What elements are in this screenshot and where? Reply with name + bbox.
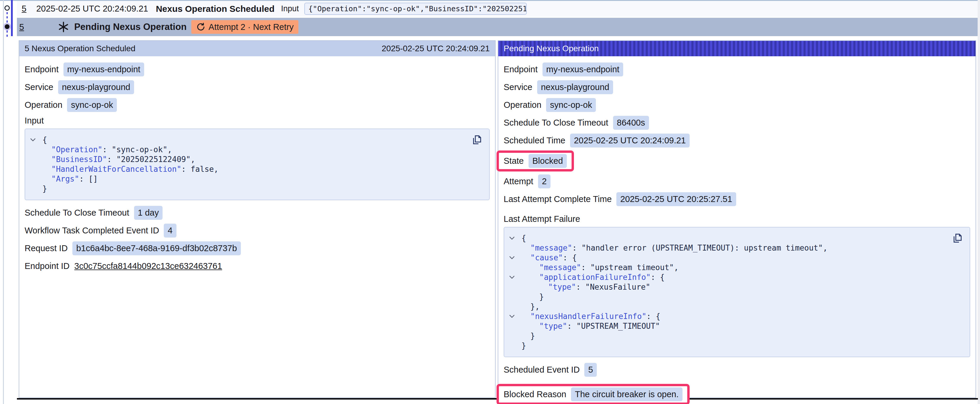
field-row: Servicenexus-playground (504, 78, 970, 96)
scheduled-event-detail-card: 5 Nexus Operation Scheduled 2025-02-25 U… (19, 40, 496, 398)
json-viewer: {"Operation": "sync-op-ok","BusinessID":… (25, 128, 490, 200)
summary-json-pill[interactable]: {"Operation":"sync-op-ok","BusinessID":"… (304, 3, 527, 15)
json-token: : { (646, 312, 660, 321)
field-label: Last Attempt Complete Time (504, 194, 612, 204)
json-key: "message" (530, 244, 572, 252)
json-token: : [] (79, 174, 98, 183)
card-header: 5 Nexus Operation Scheduled 2025-02-25 U… (19, 41, 495, 56)
json-line: "HandlerWaitForCancellation": false, (25, 165, 489, 174)
field-row: Schedule To Close Timeout1 day (25, 204, 490, 222)
json-key: "HandlerWaitForCancellation" (51, 165, 181, 174)
field-value-badge: sync-op-ok (67, 98, 117, 112)
json-token: : "sync-op-ok", (102, 145, 172, 154)
json-token: }, (530, 302, 539, 311)
collapse-chevron-icon[interactable] (509, 255, 515, 260)
annotation-highlight-box: Blocked ReasonThe circuit breaker is ope… (496, 384, 690, 404)
field-value-badge: The circuit breaker is open. (571, 387, 682, 401)
field-label: Endpoint (504, 65, 538, 74)
field-value-badge: 2 (538, 174, 550, 189)
json-key: "BusinessID" (51, 155, 107, 164)
json-token: : "handler error (UPSTREAM_TIMEOUT): ups… (572, 244, 827, 252)
pending-striped-header: Pending Nexus Operation (498, 41, 975, 56)
json-key: "Args" (51, 174, 79, 183)
event-time: 2025-02-25 UTC 20:24:09.21 (36, 4, 148, 14)
field-row: Schedule To Close Timeout86400s (504, 114, 970, 131)
field-row: Scheduled Event ID5 (504, 361, 970, 379)
field-row: Scheduled Time2025-02-25 UTC 20:24:09.21 (504, 131, 970, 149)
field-label: Input (25, 114, 490, 127)
field-row: Last Attempt Complete Time2025-02-25 UTC… (504, 190, 970, 208)
field-row: Operationsync-op-ok (504, 96, 970, 114)
field-value-link[interactable]: 3c0c75ccfa8144b092c13ce632463761 (75, 261, 222, 271)
timeline-dashes (6, 30, 8, 38)
json-line: { (504, 233, 970, 243)
json-key: "nexusHandlerFailureInfo" (530, 312, 646, 321)
json-key: "Operation" (51, 145, 102, 154)
field-row: StateBlocked (504, 149, 970, 173)
field-value-badge: nexus-playground (537, 80, 613, 94)
field-value-badge: Blocked (528, 154, 567, 168)
json-token: : "20250225122409", (107, 155, 195, 164)
json-line: "cause": { (504, 253, 970, 263)
json-line: "Operation": "sync-op-ok", (25, 145, 489, 155)
field-value-badge: 5 (584, 363, 597, 377)
field-value-badge: 86400s (613, 116, 649, 130)
field-label: Service (25, 82, 53, 92)
annotation-highlight-box: StateBlocked (496, 151, 574, 171)
field-value-badge: nexus-playground (58, 80, 134, 94)
json-key: "type" (548, 282, 576, 292)
collapse-chevron-icon[interactable] (509, 274, 515, 280)
field-label: Request ID (25, 244, 68, 253)
json-key: "applicationFailureInfo" (539, 273, 651, 282)
json-line: }, (504, 302, 970, 312)
card-header-title: 5 Nexus Operation Scheduled (25, 44, 135, 53)
field-row: Attempt2 (504, 173, 970, 190)
retry-icon (196, 22, 205, 32)
json-line: } (504, 292, 970, 302)
event-row-pending[interactable]: 5 Pending Nexus Operation Attempt 2 · Ne… (17, 18, 978, 36)
json-token: { (522, 234, 526, 242)
collapse-chevron-icon[interactable] (30, 137, 36, 143)
field-row: Endpointmy-nexus-endpoint (504, 60, 970, 78)
json-token: } (42, 184, 47, 193)
field-label: Last Attempt Failure (504, 212, 970, 226)
pending-operation-card: Pending Nexus Operation Endpointmy-nexus… (498, 40, 976, 398)
event-title: Pending Nexus Operation (74, 22, 186, 32)
json-line: "type": "NexusFailure" (504, 282, 970, 292)
json-key: "message" (539, 263, 581, 272)
event-title: Nexus Operation Scheduled (156, 4, 274, 14)
json-token: : { (651, 273, 665, 282)
json-token: } (539, 292, 544, 301)
json-token: } (530, 331, 535, 340)
timeline-marker-pending (5, 24, 10, 29)
json-line: } (504, 341, 970, 351)
json-line: } (504, 331, 970, 341)
event-row-scheduled[interactable]: 5 2025-02-25 UTC 20:24:09.21 Nexus Opera… (17, 1, 978, 17)
field-label: Scheduled Event ID (504, 365, 579, 375)
json-token: : "UPSTREAM_TIMEOUT" (567, 322, 660, 331)
json-token: : false, (181, 165, 218, 174)
collapse-chevron-icon[interactable] (509, 314, 515, 319)
field-value-badge: 2025-02-25 UTC 20:24:09.21 (570, 133, 690, 147)
json-token: : "upstream timeout", (581, 263, 679, 272)
field-label: Scheduled Time (504, 136, 565, 146)
event-id-link[interactable]: 5 (22, 4, 26, 14)
field-value-badge: 1 day (134, 206, 163, 220)
collapse-chevron-icon[interactable] (509, 236, 515, 241)
field-row: Operationsync-op-ok (25, 96, 490, 114)
json-token: { (42, 135, 47, 144)
json-line: } (25, 184, 489, 194)
field-row: Blocked ReasonThe circuit breaker is ope… (504, 383, 970, 404)
event-id-link[interactable]: 5 (19, 22, 24, 32)
scrollbar[interactable] (978, 0, 980, 404)
timeline-dashes (6, 12, 8, 23)
field-value-badge: sync-op-ok (546, 98, 596, 112)
json-line: "message": "upstream timeout", (504, 263, 970, 273)
selection-indicator-bar (11, 0, 13, 36)
pending-asterisk-icon (57, 21, 69, 33)
card-header-title: Pending Nexus Operation (504, 44, 599, 53)
timeline-marker-scheduled (5, 5, 10, 11)
field-value-badge: my-nexus-endpoint (64, 62, 145, 76)
field-label: Operation (25, 100, 62, 110)
json-viewer: {"message": "handler error (UPSTREAM_TIM… (504, 227, 970, 357)
